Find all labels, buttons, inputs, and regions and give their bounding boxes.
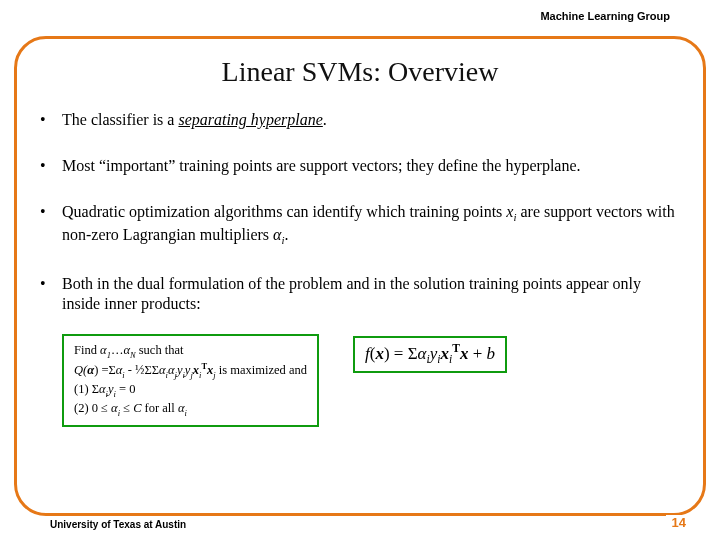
t: for all: [141, 401, 177, 415]
bullet-text: .: [284, 226, 288, 243]
bullet-item: Both in the dual formulation of the prob…: [38, 274, 682, 314]
dual-line-2: Q(α) =Σαi - ½ΣΣαiαjyiyjxiTxj is maximize…: [74, 361, 307, 381]
decision-function-box: f(x) = ΣαiyixiTx + b: [353, 336, 507, 374]
bullet-emph: separating hyperplane: [178, 111, 322, 128]
t: T: [452, 342, 460, 355]
t: +: [468, 343, 486, 362]
t: (2) 0 ≤: [74, 401, 111, 415]
bullet-text: Both in the dual formulation of the prob…: [62, 275, 641, 312]
slide: Machine Learning Group Linear SVMs: Over…: [0, 0, 720, 540]
t: x: [440, 343, 449, 362]
t: ) =Σ: [94, 363, 116, 377]
dual-line-3: (1) Σαiyi = 0: [74, 381, 307, 400]
t: (1) Σ: [74, 382, 99, 396]
t: …: [111, 343, 124, 357]
slide-content: The classifier is a separating hyperplan…: [38, 110, 682, 427]
t: b: [487, 343, 496, 362]
t: ) = Σ: [384, 343, 418, 362]
dual-formulation-box: Find α1…αN such that Q(α) =Σαi - ½ΣΣαiαj…: [62, 334, 319, 427]
bullet-text: .: [323, 111, 327, 128]
t: is maximized and: [216, 363, 307, 377]
t: ≤: [120, 401, 133, 415]
header-group-label: Machine Learning Group: [534, 10, 676, 22]
t: Find: [74, 343, 100, 357]
t: x: [375, 343, 384, 362]
bullet-list: The classifier is a separating hyperplan…: [38, 110, 682, 314]
dual-line-1: Find α1…αN such that: [74, 342, 307, 361]
bullet-text: Most “important” training points are sup…: [62, 157, 581, 174]
t: - ½ΣΣ: [125, 363, 159, 377]
bullet-text: Quadratic optimization algorithms can id…: [62, 203, 506, 220]
t: such that: [136, 343, 184, 357]
bullet-item: The classifier is a separating hyperplan…: [38, 110, 682, 130]
t: α: [418, 343, 427, 362]
bullet-item: Quadratic optimization algorithms can id…: [38, 202, 682, 248]
page-number: 14: [666, 515, 692, 530]
formula-row: Find α1…αN such that Q(α) =Σαi - ½ΣΣαiαj…: [62, 334, 682, 427]
bullet-item: Most “important” training points are sup…: [38, 156, 682, 176]
dual-line-4: (2) 0 ≤ αi ≤ C for all αi: [74, 400, 307, 419]
footer-affiliation: University of Texas at Austin: [44, 519, 192, 530]
t: Q(: [74, 363, 87, 377]
bullet-text: The classifier is a: [62, 111, 178, 128]
t: = 0: [116, 382, 136, 396]
slide-title: Linear SVMs: Overview: [0, 56, 720, 88]
t: i: [184, 407, 186, 417]
